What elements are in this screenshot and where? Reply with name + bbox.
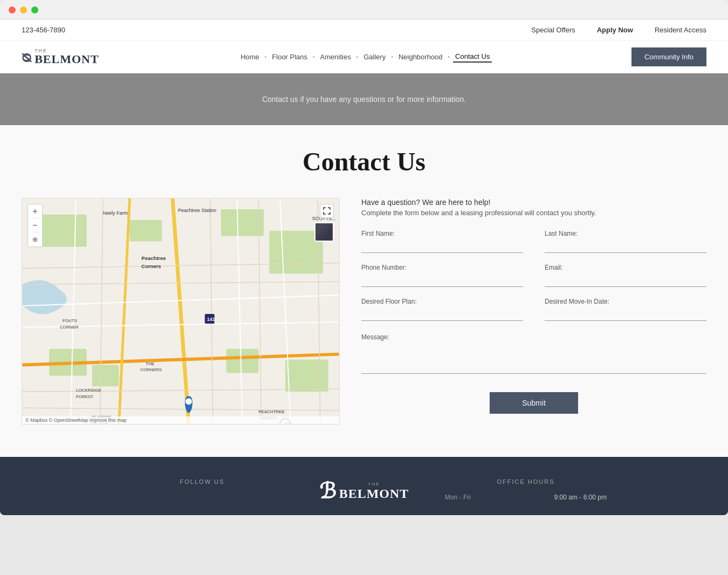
first-name-input[interactable] [361, 239, 523, 253]
svg-text:141: 141 [207, 317, 215, 322]
form-row-contact: Phone Number: Email: [361, 264, 706, 287]
dot-red[interactable] [9, 6, 16, 13]
page-wrapper: 123-456-7890 Special Offers Apply Now Re… [0, 19, 728, 515]
svg-point-57 [186, 398, 192, 405]
last-name-field: Last Name: [545, 230, 706, 253]
message-field: Message: [361, 332, 706, 376]
footer-follow: FOLLOW US [121, 478, 283, 494]
office-days: Mon - Fri [445, 494, 471, 501]
footer-logo-icon: ℬ [319, 478, 336, 504]
footer-office-hours: OFFICE HOURS Mon - Fri 9:00 am - 6:00 pm [445, 478, 607, 504]
contact-form: Have a question? We are here to help! Co… [361, 198, 706, 414]
top-bar: 123-456-7890 Special Offers Apply Now Re… [0, 19, 728, 41]
dot-green[interactable] [31, 6, 38, 13]
svg-text:Neely Farm: Neely Farm [103, 210, 128, 216]
contact-title: Contact Us [22, 147, 706, 176]
move-in-label: Desired Move-In Date: [545, 298, 706, 305]
form-row-name: First Name: Last Name: [361, 230, 706, 253]
office-hours-title: OFFICE HOURS [445, 478, 607, 485]
nav-floor-plans[interactable]: Floor Plans [270, 52, 310, 62]
phone-field: Phone Number: [361, 264, 523, 287]
main-nav: ᴓ THE BELMONT Home • Floor Plans • Ameni… [0, 41, 728, 73]
zoom-reset-button[interactable]: ⊕ [28, 232, 42, 247]
map-fullscreen-button[interactable] [320, 204, 334, 218]
nav-logo[interactable]: ᴓ THE BELMONT [22, 48, 99, 66]
svg-text:Corners: Corners [141, 263, 161, 269]
svg-text:FOREST: FOREST [76, 394, 93, 399]
logo-icon: ᴓ [22, 48, 31, 66]
svg-text:CORNER: CORNER [60, 325, 79, 330]
office-hours-row: Mon - Fri 9:00 am - 6:00 pm [445, 494, 607, 501]
footer-logo-name: BELMONT [339, 487, 409, 501]
message-label: Message: [361, 333, 389, 341]
svg-text:Peachtree: Peachtree [141, 255, 166, 261]
dot-yellow[interactable] [20, 6, 27, 13]
email-field: Email: [545, 264, 706, 287]
last-name-input[interactable] [545, 239, 706, 253]
special-offers-link[interactable]: Special Offers [531, 26, 575, 34]
email-input[interactable] [545, 273, 706, 287]
first-name-label: First Name: [361, 230, 523, 237]
email-label: Email: [545, 264, 706, 271]
move-in-field: Desired Move-In Date: [545, 298, 706, 321]
zoom-in-button[interactable]: + [28, 204, 42, 218]
map-controls: + − ⊕ [28, 204, 43, 247]
svg-rect-1 [38, 215, 87, 247]
resident-access-link[interactable]: Resident Access [655, 26, 706, 34]
hero-banner: Contact us if you have any questions or … [0, 73, 728, 125]
svg-text:CORNERS: CORNERS [140, 367, 162, 372]
form-intro: Have a question? We are here to help! Co… [361, 198, 706, 217]
floor-plan-input[interactable] [361, 307, 523, 321]
svg-rect-2 [129, 220, 162, 242]
nav-links: Home • Floor Plans • Amenities • Gallery… [238, 51, 492, 63]
form-row-plan: Desired Floor Plan: Desired Move-In Date… [361, 298, 706, 321]
message-input[interactable] [361, 341, 706, 374]
browser-chrome [0, 0, 728, 19]
apply-now-link[interactable]: Apply Now [597, 26, 633, 34]
nav-neighborhood[interactable]: Neighborhood [396, 52, 445, 62]
submit-button[interactable]: Submit [490, 392, 578, 414]
phone-input[interactable] [361, 273, 523, 287]
footer-logo-section: ℬ THE BELMONT [283, 478, 445, 504]
svg-text:Peachtree Station: Peachtree Station [178, 208, 216, 213]
form-intro-subtitle: Complete the form below and a leasing pr… [361, 209, 706, 217]
logo-text: THE BELMONT [35, 49, 99, 65]
svg-text:FOUTS: FOUTS [63, 318, 77, 323]
nav-gallery[interactable]: Gallery [361, 52, 388, 62]
community-info-button[interactable]: Community Info [631, 47, 706, 66]
logo-name: BELMONT [35, 53, 99, 65]
contact-content: Neely Farm Peachtree Station SCOTTS... C… [22, 198, 706, 425]
phone-label: Phone Number: [361, 264, 523, 271]
map-satellite-button[interactable] [314, 222, 334, 242]
phone-number: 123-456-7890 [22, 26, 65, 34]
svg-rect-8 [285, 360, 328, 392]
nav-home[interactable]: Home [238, 52, 262, 62]
svg-rect-3 [221, 209, 264, 236]
zoom-out-button[interactable]: − [28, 218, 42, 232]
footer-logo-the: THE [339, 482, 409, 487]
footer-logo[interactable]: ℬ THE BELMONT [283, 478, 445, 504]
office-time: 9:00 am - 6:00 pm [554, 494, 607, 501]
svg-text:LOCKRIDGE: LOCKRIDGE [76, 388, 101, 393]
map-container: Neely Farm Peachtree Station SCOTTS... C… [22, 198, 340, 425]
form-intro-title: Have a question? We are here to help! [361, 198, 706, 207]
first-name-field: First Name: [361, 230, 523, 253]
map-attribution: © Mapbox © OpenStreetMap Improve this ma… [22, 416, 339, 424]
browser-dots [9, 6, 719, 13]
footer-content: FOLLOW US ℬ THE BELMONT OFFICE HOURS Mon… [121, 478, 607, 504]
contact-form-fields: First Name: Last Name: Phone Number: [361, 230, 706, 414]
nav-contact-us[interactable]: Contact Us [453, 51, 492, 63]
floor-plan-label: Desired Floor Plan: [361, 298, 523, 305]
contact-section: Contact Us [0, 125, 728, 457]
nav-amenities[interactable]: Amenities [318, 52, 353, 62]
map-background: Neely Farm Peachtree Station SCOTTS... C… [22, 198, 339, 424]
move-in-input[interactable] [545, 307, 706, 321]
footer: FOLLOW US ℬ THE BELMONT OFFICE HOURS Mon… [0, 457, 728, 515]
floor-plan-field: Desired Floor Plan: [361, 298, 523, 321]
svg-rect-6 [92, 365, 119, 387]
fullscreen-icon [323, 207, 331, 215]
svg-text:THE: THE [146, 361, 154, 366]
map-svg: Neely Farm Peachtree Station SCOTTS... C… [22, 198, 339, 424]
top-bar-links: Special Offers Apply Now Resident Access [531, 26, 706, 34]
follow-us-title: FOLLOW US [121, 478, 283, 485]
